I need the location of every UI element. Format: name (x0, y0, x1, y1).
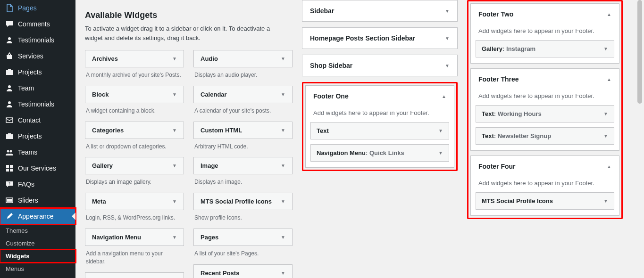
submenu-header[interactable]: Header (0, 275, 75, 278)
nav-team[interactable]: Team (0, 80, 75, 96)
widget-desc: Displays an audio player. (193, 67, 293, 81)
svg-rect-12 (6, 169, 9, 172)
area-shop-sidebar-head[interactable]: Shop Sidebar▼ (302, 55, 457, 76)
available-widgets-section: Available Widgets To activate a widget d… (85, 0, 293, 269)
svg-rect-2 (8, 69, 11, 71)
brush-icon (5, 212, 14, 221)
nav-faqs[interactable]: ?FAQs (0, 176, 75, 192)
placed-widget-navmenu[interactable]: Navigation Menu: Quick Links▼ (310, 144, 449, 162)
svg-point-4 (8, 101, 11, 104)
nav-label: Team (18, 83, 34, 93)
nav-sliders[interactable]: Sliders (0, 192, 75, 208)
widget-block[interactable]: Block▼ (85, 86, 184, 103)
widget-mts-social[interactable]: MTS Social Profile Icons▼ (193, 193, 293, 210)
svg-text:?: ? (8, 182, 10, 185)
placed-widget-text-newsletter[interactable]: Text: Newsletter Signup▼ (476, 127, 614, 145)
widget-recent-comments[interactable]: Recent Comments▼ (85, 272, 184, 278)
widget-nav-menu[interactable]: Navigation Menu▼ (85, 229, 184, 246)
widget-gallery[interactable]: Gallery▼ (85, 157, 184, 174)
area-footer-four: Footer Four▲ Add widgets here to appear … (470, 155, 619, 216)
widget-meta[interactable]: Meta▼ (85, 193, 184, 210)
chevron-down-icon: ▼ (281, 235, 285, 240)
nav-our-services[interactable]: Our Services (0, 160, 75, 176)
widget-calendar[interactable]: Calendar▼ (193, 86, 293, 103)
appearance-submenu: Themes Customize Widgets Menus Header Ba… (0, 224, 75, 278)
widget-archives[interactable]: Archives▼ (85, 50, 184, 67)
nav-label: Contact (18, 115, 41, 125)
nav-label: Teams (18, 147, 37, 157)
chevron-down-icon: ▼ (445, 63, 450, 68)
area-sidebar-head[interactable]: Sidebar▼ (302, 0, 457, 21)
widget-categories[interactable]: Categories▼ (85, 122, 184, 139)
area-footer-three-widgets: Text: Working Hours▼ Text: Newsletter Si… (471, 105, 619, 150)
nav-contact[interactable]: Contact (0, 112, 75, 128)
area-footer-four-head[interactable]: Footer Four▲ (471, 156, 619, 177)
area-homepage-sidebar-head[interactable]: Homepage Posts Section Sidebar▼ (302, 28, 457, 49)
widget-pages[interactable]: Pages▼ (193, 229, 293, 246)
area-footer-one-widgets: Text▼ Navigation Menu: Quick Links▼ (306, 122, 454, 167)
placed-widget-text-hours[interactable]: Text: Working Hours▼ (476, 105, 614, 123)
nav-teams[interactable]: Teams (0, 144, 75, 160)
nav-label: Projects (18, 67, 42, 77)
svg-point-9 (10, 150, 12, 153)
submenu-themes[interactable]: Themes (0, 224, 75, 237)
widget-image[interactable]: Image▼ (193, 157, 293, 174)
submenu-customize[interactable]: Customize (0, 237, 75, 250)
chevron-down-icon: ▼ (172, 163, 177, 168)
placed-widget-text[interactable]: Text▼ (310, 122, 449, 139)
submenu-menus[interactable]: Menus (0, 262, 75, 275)
scroll-thumb[interactable] (637, 0, 642, 104)
widget-custom-html[interactable]: Custom HTML▼ (193, 122, 293, 139)
admin-sidebar: Pages Comments Testimonials Services Pro… (0, 0, 75, 278)
area-footer-four-desc: Add widgets here to appear in your Foote… (471, 177, 619, 192)
nav-pages[interactable]: Pages (0, 0, 75, 16)
page: Pages Comments Testimonials Services Pro… (0, 0, 644, 278)
widgets-grid: Archives▼A monthly archive of your site'… (85, 50, 293, 278)
svg-point-3 (8, 85, 11, 88)
area-footer-one: Footer One▲ Add widgets here to appear i… (305, 85, 454, 168)
nav-services[interactable]: Services (0, 48, 75, 64)
svg-point-8 (7, 150, 9, 153)
area-footer-two-widgets: Gallery: Instagram▼ (471, 40, 619, 63)
nav-testimonials[interactable]: Testimonials (0, 32, 75, 48)
area-footer-two-head[interactable]: Footer Two▲ (471, 4, 619, 25)
area-footer-one-desc: Add widgets here to appear in your Foote… (306, 106, 454, 122)
placed-widget-mts-social[interactable]: MTS Social Profile Icons▼ (476, 192, 614, 210)
placed-widget-gallery[interactable]: Gallery: Instagram▼ (476, 40, 614, 57)
area-footer-two-desc: Add widgets here to appear in your Foote… (471, 25, 619, 40)
portfolio-icon (5, 131, 14, 141)
nav-projects-2[interactable]: Projects (0, 128, 75, 144)
widget-recent-posts[interactable]: Recent Posts▼ (193, 264, 293, 278)
area-footer-four-widgets: MTS Social Profile Icons▼ (471, 192, 619, 215)
available-widgets-desc: To activate a widget drag it to a sideba… (85, 24, 283, 42)
nav-projects[interactable]: Projects (0, 64, 75, 80)
chevron-up-icon: ▲ (442, 94, 446, 99)
nav-label: Services (18, 51, 43, 61)
nav-label: Our Services (18, 164, 56, 173)
person-icon (5, 83, 14, 93)
widget-desc: A list of your site's Pages. (193, 246, 293, 260)
chevron-up-icon: ▲ (607, 164, 611, 169)
chevron-down-icon: ▼ (603, 46, 608, 51)
nav-label: Sliders (18, 196, 38, 205)
area-footer-three-desc: Add widgets here to appear in your Foote… (471, 90, 619, 105)
area-homepage-sidebar: Homepage Posts Section Sidebar▼ (302, 27, 458, 49)
scrollbar[interactable] (636, 0, 643, 278)
chevron-down-icon: ▼ (172, 235, 177, 240)
area-footer-three-head[interactable]: Footer Three▲ (471, 69, 619, 90)
chevron-down-icon: ▼ (281, 92, 285, 97)
widget-audio[interactable]: Audio▼ (193, 50, 293, 67)
chevron-down-icon: ▼ (172, 128, 177, 133)
widget-desc: Show profile icons. (193, 210, 293, 224)
widget-desc: A calendar of your site's posts. (193, 103, 293, 117)
faq-icon: ? (5, 180, 14, 189)
footer-areas-column: Footer Two▲ Add widgets here to appear i… (467, 0, 623, 269)
submenu-widgets[interactable]: Widgets (0, 250, 75, 262)
chevron-down-icon: ▼ (603, 111, 608, 116)
person-icon (5, 99, 14, 109)
svg-rect-6 (6, 134, 13, 139)
nav-comments[interactable]: Comments (0, 16, 75, 32)
area-footer-one-head[interactable]: Footer One▲ (306, 86, 454, 106)
nav-testimonials-2[interactable]: Testimonials (0, 96, 75, 112)
nav-appearance[interactable]: Appearance (0, 208, 75, 224)
